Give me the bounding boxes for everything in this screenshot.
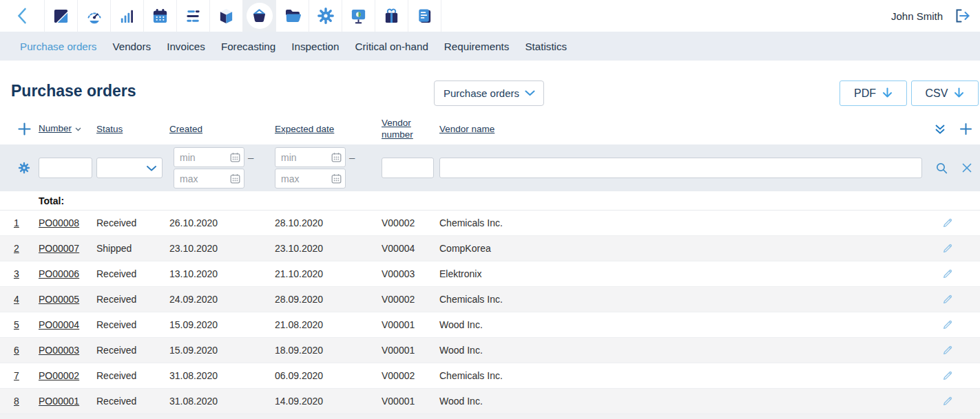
- edit-icon[interactable]: [942, 217, 953, 228]
- calendar-picker-icon[interactable]: [230, 152, 240, 162]
- row-index-link[interactable]: 6: [14, 345, 19, 356]
- calendar-picker-icon[interactable]: [230, 173, 240, 184]
- number-filter-input[interactable]: [39, 158, 92, 178]
- nav-tab-requirements[interactable]: Requirements: [444, 41, 510, 52]
- row-index-link[interactable]: 2: [14, 243, 19, 254]
- vendor-name-filter-input[interactable]: [439, 158, 922, 178]
- presentation-icon[interactable]: [342, 0, 375, 32]
- nav-tab-invoices[interactable]: Invoices: [167, 41, 205, 52]
- bar-chart-icon[interactable]: [111, 0, 144, 32]
- column-header-vendor-number[interactable]: Vendor number: [382, 118, 428, 141]
- vendor-number-filter-input[interactable]: [382, 158, 434, 178]
- column-header-created[interactable]: Created: [169, 124, 202, 136]
- nav-tab-forecasting[interactable]: Forecasting: [221, 41, 275, 52]
- row-index-link[interactable]: 3: [14, 268, 19, 279]
- row-index-link[interactable]: 7: [14, 370, 19, 381]
- vendor-number-cell: V00001: [382, 345, 438, 356]
- column-header-number[interactable]: Number: [39, 123, 72, 135]
- calendar-picker-icon[interactable]: [331, 152, 342, 162]
- top-toolbar: John Smith: [0, 0, 980, 32]
- row-index-link[interactable]: 4: [14, 294, 19, 305]
- app-window: John Smith Purchase ordersVendorsInvoice…: [0, 0, 980, 419]
- po-number-link[interactable]: PO00001: [39, 396, 79, 407]
- row-index-link[interactable]: 5: [14, 319, 19, 330]
- edit-icon[interactable]: [942, 319, 953, 330]
- filter-settings-icon[interactable]: [18, 162, 39, 174]
- add-row-button[interactable]: [960, 123, 972, 135]
- logo-icon[interactable]: [45, 0, 78, 32]
- vendor-name-cell: Wood Inc.: [438, 396, 924, 407]
- download-icon: [882, 87, 893, 99]
- expected-date-cell: 21.10.2020: [275, 268, 382, 279]
- back-icon[interactable]: [0, 0, 45, 32]
- view-selector[interactable]: Purchase orders: [434, 80, 544, 106]
- table-row: 6 PO00003 Received 15.09.2020 18.09.2020…: [0, 338, 980, 363]
- expand-rows-icon[interactable]: [935, 124, 946, 134]
- status-cell: Received: [96, 217, 169, 228]
- table-row: 2 PO00007 Shipped 23.10.2020 23.10.2020 …: [0, 236, 980, 261]
- nav-tab-critical-on-hand[interactable]: Critical on-hand: [355, 41, 428, 52]
- edit-icon[interactable]: [942, 268, 953, 279]
- pdf-button-label: PDF: [854, 87, 876, 100]
- logout-icon[interactable]: [954, 0, 972, 32]
- clear-filter-icon[interactable]: [962, 163, 972, 173]
- po-number-link[interactable]: PO00007: [39, 243, 79, 254]
- po-number-link[interactable]: PO00005: [39, 294, 79, 305]
- gear-icon[interactable]: [309, 0, 342, 32]
- total-label: Total:: [39, 195, 96, 206]
- edit-icon[interactable]: [942, 345, 953, 356]
- po-number-link[interactable]: PO00006: [39, 268, 79, 279]
- gift-icon[interactable]: [375, 0, 408, 32]
- expected-date-cell: 23.10.2020: [275, 243, 382, 254]
- add-purchase-order-button[interactable]: [18, 122, 39, 136]
- status-filter-select[interactable]: [96, 158, 163, 178]
- search-icon[interactable]: [936, 162, 948, 174]
- view-selector-value: Purchase orders: [444, 87, 519, 99]
- sort-chevron-icon: [75, 127, 81, 131]
- dashboard-icon[interactable]: [78, 0, 111, 32]
- row-index-link[interactable]: 8: [14, 396, 19, 407]
- po-number-link[interactable]: PO00004: [39, 319, 79, 330]
- nav-tab-purchase-orders[interactable]: Purchase orders: [20, 41, 96, 52]
- calendar-picker-icon[interactable]: [331, 173, 342, 184]
- box-icon[interactable]: [210, 0, 243, 32]
- po-number-link[interactable]: PO00003: [39, 345, 79, 356]
- row-index-link[interactable]: 1: [14, 217, 19, 228]
- edit-icon[interactable]: [942, 243, 953, 254]
- column-header-expected-date[interactable]: Expected date: [275, 124, 334, 136]
- expected-date-cell: 14.09.2020: [275, 396, 382, 407]
- nav-tabs: Purchase ordersVendorsInvoicesForecastin…: [0, 32, 980, 61]
- po-number-link[interactable]: PO00008: [39, 217, 79, 228]
- expected-date-cell: 21.08.2020: [275, 319, 382, 330]
- vendor-name-cell: Wood Inc.: [438, 345, 924, 356]
- nav-tab-statistics[interactable]: Statistics: [525, 41, 567, 52]
- column-header-vendor-name[interactable]: Vendor name: [439, 124, 494, 136]
- table-row: 7 PO00002 Received 31.08.2020 06.09.2020…: [0, 363, 980, 389]
- nav-tab-vendors[interactable]: Vendors: [112, 41, 151, 52]
- table-row: 4 PO00005 Received 24.09.2020 28.09.2020…: [0, 287, 980, 312]
- page-title: Purchase orders: [11, 82, 136, 100]
- created-cell: 15.09.2020: [169, 345, 275, 356]
- folder-icon[interactable]: [276, 0, 309, 32]
- table-row: 8 PO00001 Received 31.08.2020 14.09.2020…: [0, 389, 980, 414]
- expected-date-cell: 18.09.2020: [275, 345, 382, 356]
- edit-icon[interactable]: [942, 370, 953, 381]
- edit-icon[interactable]: [942, 396, 953, 407]
- edit-icon[interactable]: [942, 294, 953, 305]
- status-cell: Received: [96, 319, 169, 330]
- document-icon[interactable]: [408, 0, 441, 32]
- tasks-icon[interactable]: [177, 0, 210, 32]
- nav-tab-inspection[interactable]: Inspection: [291, 41, 339, 52]
- export-buttons: PDF CSV: [840, 80, 979, 106]
- status-cell: Shipped: [96, 243, 169, 254]
- csv-button-label: CSV: [926, 87, 948, 100]
- basket-icon[interactable]: [243, 0, 276, 32]
- vendor-name-cell: Elektronix: [438, 268, 924, 279]
- csv-download-button[interactable]: CSV: [911, 80, 979, 106]
- date-range-dash: –: [349, 151, 355, 163]
- column-header-status[interactable]: Status: [96, 124, 123, 136]
- pdf-download-button[interactable]: PDF: [840, 80, 907, 106]
- calendar-icon[interactable]: [144, 0, 177, 32]
- po-number-link[interactable]: PO00002: [39, 370, 79, 381]
- active-icon-halo: [247, 3, 273, 29]
